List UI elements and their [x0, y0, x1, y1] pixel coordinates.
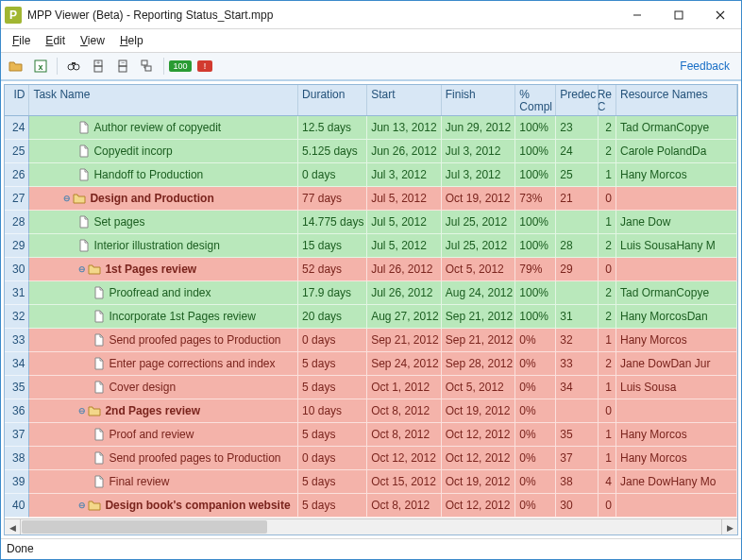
scroll-left-arrow[interactable]: ◀	[5, 519, 21, 535]
header-start[interactable]: Start	[367, 85, 442, 115]
cell-task-name[interactable]: Proofread and index	[29, 281, 298, 305]
disclosure-toggle[interactable]: ⊖	[78, 501, 86, 510]
task-name-text: Cover design	[109, 381, 176, 394]
cell-id: 27	[5, 187, 29, 211]
cell-resource-count: 4	[599, 470, 616, 494]
cell-task-name[interactable]: ⊖Design book's companion website	[29, 494, 298, 518]
cell-task-name[interactable]: Author review of copyedit	[29, 116, 298, 140]
cell-finish: Oct 19, 2012	[442, 187, 516, 211]
table-row[interactable]: 30⊖1st Pages review52 daysJul 26, 2012Oc…	[5, 258, 737, 281]
table-row[interactable]: 25Copyedit incorp5.125 daysJun 26, 2012J…	[5, 140, 737, 163]
cell-resource-names: Tad OrmanCopye	[616, 281, 737, 305]
table-row[interactable]: 29Interior illustration design15 daysJul…	[5, 234, 737, 258]
table-row[interactable]: 28Set pages14.775 daysJul 5, 2012Jul 25,…	[5, 211, 737, 234]
maximize-button[interactable]	[658, 1, 700, 28]
header-id[interactable]: ID	[5, 85, 29, 115]
header-resource-count[interactable]: Re C	[599, 85, 616, 115]
table-row[interactable]: 39Final review5 daysOct 15, 2012Oct 19, …	[5, 470, 737, 494]
cell-task-name[interactable]: Send proofed pages to Production	[29, 329, 298, 352]
disclosure-toggle[interactable]: ⊖	[78, 264, 86, 274]
table-row[interactable]: 36⊖2nd Pages review10 daysOct 8, 2012Oct…	[5, 399, 737, 423]
cell-duration: 15 days	[298, 234, 367, 258]
table-row[interactable]: 26Handoff to Production0 daysJul 3, 2012…	[5, 163, 737, 187]
table-row[interactable]: 37Proof and review5 daysOct 8, 2012Oct 1…	[5, 423, 737, 447]
cell-task-name[interactable]: Copyedit incorp	[29, 140, 298, 163]
cell-id: 40	[5, 494, 29, 518]
feedback-link[interactable]: Feedback	[680, 59, 730, 73]
cell-start: Oct 1, 2012	[367, 376, 442, 399]
table-row[interactable]: 40⊖Design book's companion website5 days…	[5, 494, 737, 518]
expand-all-button[interactable]: +	[87, 56, 110, 76]
header-finish[interactable]: Finish	[442, 85, 516, 115]
cell-id: 25	[5, 140, 29, 163]
cell-task-name[interactable]: Send proofed pages to Production	[29, 447, 298, 470]
task-name-text: Copyedit incorp	[93, 144, 172, 158]
cell-percent-complete: 100%	[515, 116, 556, 140]
cell-id: 38	[5, 447, 29, 470]
find-button[interactable]	[62, 56, 85, 76]
task-name-text: Author review of copyedit	[93, 121, 221, 134]
table-row[interactable]: 32Incorporate 1st Pages review20 daysAug…	[5, 305, 737, 329]
cell-duration: 5.125 days	[298, 140, 367, 163]
header-resource-names[interactable]: Resource Names	[616, 85, 737, 115]
outline-button[interactable]	[136, 56, 159, 76]
cell-task-name[interactable]: ⊖Design and Production	[29, 187, 298, 211]
filter-complete-button[interactable]: 100	[169, 56, 192, 76]
disclosure-toggle[interactable]: ⊖	[78, 406, 86, 416]
cell-resource-count: 2	[599, 281, 616, 305]
header-percent-complete[interactable]: % Compl	[515, 85, 556, 115]
cell-start: Jul 5, 2012	[367, 187, 442, 211]
table-row[interactable]: 38Send proofed pages to Production0 days…	[5, 447, 737, 470]
cell-task-name[interactable]: Cover design	[29, 376, 298, 399]
cell-duration: 52 days	[298, 258, 367, 281]
horizontal-scrollbar[interactable]: ◀ ▶	[5, 518, 737, 535]
cell-task-name[interactable]: Incorporate 1st Pages review	[29, 305, 298, 329]
header-duration[interactable]: Duration	[298, 85, 367, 115]
cell-id: 24	[5, 116, 29, 140]
cell-resource-names: Hany Morcos	[616, 329, 737, 352]
menu-help[interactable]: Help	[114, 31, 149, 50]
cell-resource-count: 0	[599, 399, 616, 423]
export-excel-button[interactable]: x	[29, 56, 52, 76]
cell-task-name[interactable]: Proof and review	[29, 423, 298, 447]
table-row[interactable]: 24Author review of copyedit12.5 daysJun …	[5, 116, 737, 140]
cell-resource-count: 1	[599, 376, 616, 399]
cell-task-name[interactable]: Set pages	[29, 211, 298, 234]
minimize-button[interactable]	[616, 1, 658, 28]
cell-task-name[interactable]: ⊖2nd Pages review	[29, 399, 298, 423]
table-row[interactable]: 35Cover design5 daysOct 1, 2012Oct 5, 20…	[5, 376, 737, 399]
disclosure-toggle[interactable]: ⊖	[63, 194, 71, 203]
cell-resource-count: 0	[599, 187, 616, 211]
cell-id: 39	[5, 470, 29, 494]
menu-view[interactable]: View	[75, 31, 110, 50]
menu-edit[interactable]: Edit	[40, 31, 71, 50]
cell-resource-count: 1	[599, 329, 616, 352]
cell-task-name[interactable]: Enter page corrections and index	[29, 352, 298, 376]
cell-percent-complete: 0%	[515, 376, 556, 399]
scroll-thumb[interactable]	[22, 520, 267, 534]
cell-resource-names: Hany MorcosDan	[616, 305, 737, 329]
cell-task-name[interactable]: Handoff to Production	[29, 163, 298, 187]
table-row[interactable]: 31Proofread and index17.9 daysJul 26, 20…	[5, 281, 737, 305]
filter-overdue-button[interactable]: !	[194, 56, 216, 76]
table-row[interactable]: 34Enter page corrections and index5 days…	[5, 352, 737, 376]
svg-text:+: +	[96, 59, 100, 66]
cell-task-name[interactable]: ⊖1st Pages review	[29, 258, 298, 281]
cell-id: 31	[5, 281, 29, 305]
open-file-button[interactable]	[5, 56, 27, 76]
folder-icon	[88, 263, 101, 275]
header-predecessors[interactable]: Predec	[556, 85, 599, 115]
collapse-all-button[interactable]: −	[111, 56, 134, 76]
menu-file[interactable]: File	[7, 31, 36, 50]
close-button[interactable]	[700, 1, 741, 28]
cell-id: 34	[5, 352, 29, 376]
cell-task-name[interactable]: Final review	[29, 470, 298, 494]
table-row[interactable]: 33Send proofed pages to Production0 days…	[5, 329, 737, 352]
header-task-name[interactable]: Task Name	[29, 85, 298, 115]
scroll-right-arrow[interactable]: ▶	[721, 519, 737, 535]
cell-resource-names: Carole PolandDa	[616, 140, 737, 163]
cell-task-name[interactable]: Interior illustration design	[29, 234, 298, 258]
cell-percent-complete: 0%	[515, 470, 556, 494]
grid-body[interactable]: 24Author review of copyedit12.5 daysJun …	[5, 116, 737, 518]
table-row[interactable]: 27⊖Design and Production77 daysJul 5, 20…	[5, 187, 737, 211]
